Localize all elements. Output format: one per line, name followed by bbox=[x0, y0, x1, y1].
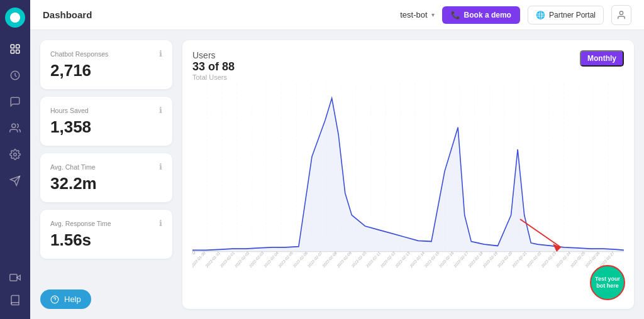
topbar: Dashboard test-bot ▾ 📞 Book a demo 🌐 Par… bbox=[30, 0, 644, 30]
sidebar-item-dashboard[interactable] bbox=[4, 38, 26, 60]
info-icon-chatbot-responses[interactable]: ℹ bbox=[159, 49, 162, 58]
stat-card-hours-saved: Hours Saved ℹ 1,358 bbox=[40, 97, 172, 146]
sidebar-item-history[interactable] bbox=[4, 64, 26, 87]
page-title: Dashboard bbox=[43, 9, 392, 20]
stat-label-avg-response-time: Avg. Response Time bbox=[50, 220, 111, 227]
stat-label-avg-chat-time: Avg. Chat Time bbox=[50, 163, 96, 171]
stat-card-avg-chat-time: Avg. Chat Time ℹ 32.2m bbox=[40, 153, 172, 202]
info-icon-hours-saved[interactable]: ℹ bbox=[159, 105, 162, 115]
globe-icon: 🌐 bbox=[536, 11, 545, 19]
test-bot-button[interactable]: Test your bot here bbox=[590, 265, 625, 300]
book-demo-button[interactable]: 📞 Book a demo bbox=[442, 6, 520, 24]
sidebar-item-launch[interactable] bbox=[4, 170, 26, 192]
svg-text:0: 0 bbox=[192, 250, 196, 256]
help-button[interactable]: Help bbox=[40, 289, 91, 309]
chart-subtitle: Total Users bbox=[192, 73, 235, 81]
svg-point-9 bbox=[619, 11, 623, 14]
sidebar-item-users[interactable] bbox=[4, 117, 26, 139]
partner-portal-button[interactable]: 🌐 Partner Portal bbox=[528, 6, 604, 24]
svg-rect-8 bbox=[10, 274, 17, 281]
phone-icon: 📞 bbox=[451, 11, 460, 19]
stat-card-chatbot-responses: Chatbot Responses ℹ 2,716 bbox=[40, 40, 172, 89]
chart-svg-container: 2022-01-30 2022-01-31 2022-02-01 2022-02… bbox=[192, 84, 624, 288]
stat-label-hours-saved: Hours Saved bbox=[50, 107, 89, 114]
sidebar-item-settings[interactable] bbox=[4, 143, 26, 166]
svg-marker-7 bbox=[17, 275, 20, 280]
bot-selector[interactable]: test-bot ▾ bbox=[400, 10, 434, 19]
chart-panel: Users 33 of 88 Total Users Monthly bbox=[182, 40, 634, 309]
chevron-down-icon: ▾ bbox=[431, 11, 435, 18]
info-icon-avg-response-time[interactable]: ℹ bbox=[159, 219, 162, 228]
info-icon-avg-chat-time[interactable]: ℹ bbox=[159, 162, 162, 171]
sidebar-item-docs[interactable] bbox=[4, 289, 26, 311]
svg-rect-0 bbox=[11, 45, 14, 48]
svg-rect-1 bbox=[16, 45, 19, 48]
stat-card-avg-response-time: Avg. Response Time ℹ 1.56s bbox=[40, 210, 172, 259]
sidebar-item-video[interactable] bbox=[4, 266, 26, 289]
stat-value-avg-response-time: 1.56s bbox=[50, 230, 162, 250]
users-chart: 2022-01-30 2022-01-31 2022-02-01 2022-02… bbox=[192, 84, 624, 288]
sidebar-logo[interactable] bbox=[5, 8, 25, 28]
svg-point-6 bbox=[14, 153, 17, 156]
stat-value-chatbot-responses: 2,716 bbox=[50, 61, 162, 80]
stat-value-avg-chat-time: 32.2m bbox=[50, 174, 162, 193]
sidebar bbox=[0, 0, 30, 319]
stat-value-hours-saved: 1,358 bbox=[50, 117, 162, 137]
chart-title: Users bbox=[192, 50, 235, 60]
stat-label-chatbot-responses: Chatbot Responses bbox=[50, 50, 108, 58]
content-area: Chatbot Responses ℹ 2,716 Hours Saved ℹ … bbox=[30, 30, 644, 319]
svg-rect-3 bbox=[16, 50, 19, 53]
svg-rect-2 bbox=[11, 50, 14, 53]
chart-count: 33 of 88 bbox=[192, 60, 235, 73]
svg-point-5 bbox=[12, 124, 16, 127]
chart-header: Users 33 of 88 Total Users Monthly bbox=[192, 50, 624, 81]
svg-rect-12 bbox=[192, 84, 624, 259]
period-toggle-button[interactable]: Monthly bbox=[580, 50, 624, 67]
sidebar-item-chat[interactable] bbox=[4, 90, 26, 113]
user-profile-button[interactable] bbox=[611, 5, 631, 25]
main-area: Dashboard test-bot ▾ 📞 Book a demo 🌐 Par… bbox=[30, 0, 644, 319]
test-bot-label: Test your bot here bbox=[595, 276, 620, 289]
stats-column: Chatbot Responses ℹ 2,716 Hours Saved ℹ … bbox=[40, 40, 172, 309]
bot-name: test-bot bbox=[400, 10, 427, 19]
